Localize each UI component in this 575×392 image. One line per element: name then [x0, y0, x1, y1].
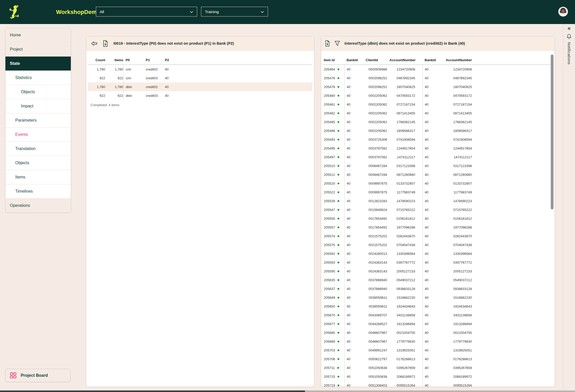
- table-row[interactable]: 2054934000037253060741906594400741906594: [323, 135, 553, 144]
- table-row[interactable]: 2054764000020982510467892345400467892345: [323, 74, 553, 82]
- sidebar-item-timelines[interactable]: Timelines: [5, 184, 71, 198]
- column-header[interactable]: AccountNumber: [389, 56, 423, 65]
- table-cell: 205495: [323, 144, 344, 153]
- table-row[interactable]: 2054974000037970821474112117401474112117: [323, 153, 553, 161]
- sidebar-item-translation[interactable]: Translation: [5, 142, 71, 156]
- table-row[interactable]: 2055924000242800131330396564401330396564: [323, 249, 553, 258]
- table-row[interactable]: 2057114000510506380395267659400395267659: [323, 363, 553, 372]
- back-icon[interactable]: [91, 40, 97, 47]
- scope-select[interactable]: All: [96, 7, 197, 17]
- table-row[interactable]: 1,7801,780crincredit0240: [88, 65, 312, 74]
- table-cell: 1516682230: [442, 293, 481, 302]
- filter-icon[interactable]: [334, 40, 340, 46]
- table-cell: credit02: [145, 82, 164, 91]
- table-row[interactable]: 2054824000022050620871413455400871413455: [323, 109, 553, 117]
- table-row[interactable]: 2056374000378669400938833128400938833128: [323, 284, 553, 293]
- status-dot: [338, 297, 339, 299]
- table-cell: 0051050638: [364, 363, 389, 372]
- sidebar-item-label: Objects: [15, 161, 29, 165]
- avatar[interactable]: [558, 7, 568, 17]
- sidebar-item-objects[interactable]: Objects: [5, 156, 71, 170]
- table-cell: 205677: [323, 319, 344, 328]
- scrollbar-thumb[interactable]: [551, 54, 554, 209]
- table-row[interactable]: 2057194000513084030095515264400095515264: [323, 381, 553, 387]
- table-row[interactable]: 2055224000099978751177983749401177983749: [323, 188, 553, 197]
- table-cell: 1924434643: [442, 302, 481, 311]
- table-row[interactable]: 2055474000159499240715765222400715765222: [323, 205, 553, 214]
- table-row[interactable]: 2055954000243831432005127233402005127233: [323, 267, 553, 276]
- table-row[interactable]: 2054814000022050620727187154400727187154: [323, 100, 553, 109]
- column-header[interactable]: BankId: [344, 56, 364, 65]
- table-row[interactable]: 2055934000243831430397767772400397767772: [323, 258, 553, 267]
- table-row[interactable]: 2057064000506227970176288613400176288613: [323, 355, 553, 363]
- table-row[interactable]: 2054644000005089861234720908401234720908: [323, 65, 553, 74]
- export-icon[interactable]: [325, 40, 330, 47]
- sidebar-item-operations[interactable]: Operations: [5, 198, 71, 213]
- table-cell: 205555: [323, 214, 344, 223]
- sidebar-item-home[interactable]: Home: [5, 28, 71, 42]
- sidebar-item-state[interactable]: State: [5, 56, 71, 70]
- cell-spacer: [481, 337, 553, 346]
- scrollbar[interactable]: [551, 52, 554, 384]
- sidebar-item-events[interactable]: Events: [5, 127, 71, 142]
- bell-icon[interactable]: [566, 33, 572, 40]
- table-row[interactable]: 1,7801,780dbincredit0240: [88, 82, 312, 91]
- table-cell: 40: [423, 205, 442, 214]
- left-panel-title: I0019 - InterestType (P0) does not exist…: [113, 41, 234, 45]
- table-row[interactable]: 2055554000178544920156161812400156161812: [323, 214, 553, 223]
- table-row[interactable]: 2056774000442885271913286894401913286894: [323, 319, 553, 328]
- table-row[interactable]: 2055574000178544921977096288401977096288: [323, 223, 553, 232]
- sidebar-item-impact[interactable]: Impact: [5, 99, 71, 113]
- sidebar-item-parameters[interactable]: Parameters: [5, 113, 71, 127]
- column-header[interactable]: Count: [88, 56, 105, 65]
- table-row[interactable]: 922922crincredit0340: [88, 74, 312, 82]
- collapse-icon[interactable]: «: [568, 26, 571, 31]
- table-cell: 40: [344, 372, 364, 381]
- table-row[interactable]: 2056854000466079670021004755400021004755: [323, 328, 553, 337]
- project-board-button[interactable]: Project Board: [5, 369, 71, 382]
- table-row[interactable]: 2057154000510506382068189972402068189972: [323, 372, 553, 381]
- table-cell: 40: [423, 355, 442, 363]
- app-window: WorkshopDemo All Training: [0, 0, 575, 392]
- table-row[interactable]: 922922dbincredit0340: [88, 91, 312, 100]
- table-row[interactable]: 2055394000128232831478590223401478590223: [323, 197, 553, 205]
- table-row[interactable]: 2057034000499912471319925051401319925051: [323, 346, 553, 355]
- table-cell: 0176288613: [389, 355, 423, 363]
- column-header[interactable]: BankId: [423, 56, 442, 65]
- table-row[interactable]: 2055104000064672840317123398400317123398: [323, 161, 553, 170]
- table-row[interactable]: 2054784000020982511807040825401807040825: [323, 82, 553, 91]
- table-row[interactable]: 2055124000064672840871260660400871260660: [323, 170, 553, 179]
- sidebar-item-objects[interactable]: Objects: [5, 85, 71, 99]
- cell-spacer: [481, 214, 553, 223]
- table-row[interactable]: 2056504000385596111924434643401924434643: [323, 302, 553, 311]
- status-dot: [338, 68, 339, 70]
- cell-spacer: [481, 249, 553, 258]
- table-row[interactable]: 2055204000099978750133732807400133732807: [323, 179, 553, 188]
- export-icon[interactable]: [103, 40, 108, 47]
- table-row[interactable]: 2055744000215752020262443870400262443870: [323, 232, 553, 240]
- table-row[interactable]: 2056894000466079671779779830401779779830: [323, 337, 553, 346]
- table-row[interactable]: 2054854000022050621768362145401768362145: [323, 117, 553, 126]
- column-header[interactable]: AccountNumber: [442, 56, 481, 65]
- status-dot: [338, 262, 339, 263]
- table-row[interactable]: 2056704000433697070431138858400431138858: [323, 311, 553, 319]
- table-row[interactable]: 2054954000037970821244917654401244917654: [323, 144, 553, 153]
- table-cell: 40: [423, 372, 442, 381]
- column-header[interactable]: P2: [164, 56, 183, 65]
- column-header[interactable]: P1: [145, 56, 164, 65]
- cell-spacer: [481, 117, 553, 126]
- table-row[interactable]: 2056494000385596111516682230401516682230: [323, 293, 553, 302]
- table-row[interactable]: 2056354000378669400549037212400549037212: [323, 276, 553, 284]
- table-row[interactable]: 2055754000215752020704047438400704047438: [323, 240, 553, 249]
- column-header[interactable]: Items: [105, 56, 124, 65]
- table-cell: 1330396564: [389, 249, 423, 258]
- sidebar-item-statistics[interactable]: Statistics: [5, 70, 71, 85]
- sidebar-item-project[interactable]: Project: [5, 42, 71, 56]
- table-row[interactable]: 2054864000022050621806586317401806586317: [323, 126, 553, 135]
- column-header[interactable]: ClientId: [364, 56, 389, 65]
- column-header[interactable]: Item Id: [323, 56, 344, 65]
- environment-select[interactable]: Training: [201, 7, 268, 17]
- column-header[interactable]: P0: [124, 56, 145, 65]
- table-row[interactable]: 2054804000022050620470593172400470593172: [323, 91, 553, 100]
- sidebar-item-items[interactable]: Items: [5, 170, 71, 184]
